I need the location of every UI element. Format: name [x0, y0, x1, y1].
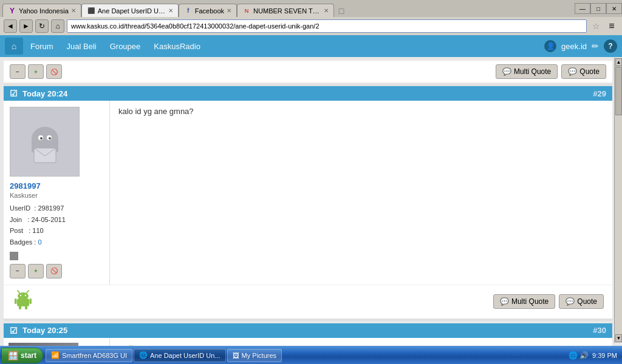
tab-facebook-close[interactable]: ✕ — [227, 7, 231, 14]
svg-point-6 — [49, 137, 51, 140]
user-avatar: 👤 — [544, 40, 556, 52]
system-time: 9:39 PM — [592, 352, 617, 359]
taskbar-item-kaskus[interactable]: 🌐 Ane Dapet UserID Un... — [134, 349, 226, 362]
pictures-icon: 🖼 — [233, 352, 239, 359]
badges-val[interactable]: 0 — [38, 237, 41, 248]
post29-post-val: 110 — [32, 227, 43, 234]
svg-line-9 — [26, 291, 29, 294]
post29-num: #29 — [593, 89, 606, 98]
post29-checkbox[interactable]: ☑ — [10, 89, 18, 98]
tab-number7[interactable]: N NUMBER SEVEN THREE: Arti... ✕ — [237, 4, 334, 17]
multi-quote-top-icon: 💬 — [502, 67, 511, 76]
ctrl-report-btn[interactable]: 🚫 — [46, 64, 62, 79]
number7-favicon: N — [242, 7, 251, 15]
quote-bottom-icon: 💬 — [566, 297, 575, 306]
star-icon[interactable]: ☆ — [589, 19, 603, 33]
smartfren-icon: 📶 — [51, 351, 60, 359]
start-icon: 🪟 — [8, 351, 18, 360]
post-label: Post — [10, 227, 23, 234]
multi-quote-bottom-btn[interactable]: 💬 Multi Quote — [493, 294, 555, 309]
sidebar-minus-btn[interactable]: − — [10, 264, 26, 278]
tab-kaskus-close[interactable]: ✕ — [168, 7, 173, 14]
post30-checkbox[interactable]: ☑ — [10, 326, 18, 335]
multi-quote-top-btn[interactable]: 💬 Multi Quote — [496, 64, 558, 79]
post29-timestamp: Today 20:24 — [22, 89, 67, 98]
kaskus-taskbar-icon: 🌐 — [139, 351, 148, 359]
minimize-button[interactable]: — — [575, 3, 590, 14]
svg-rect-16 — [19, 306, 21, 309]
tab-kaskus[interactable]: ⬛ Ane Dapet UserID Unik Gan! ✕ — [81, 4, 179, 17]
quote-bottom-btn[interactable]: 💬 Quote — [559, 294, 604, 309]
ctrl-minus-btn[interactable]: − — [10, 64, 26, 79]
post29-user-role: Kaskuser — [10, 192, 103, 199]
new-tab-button[interactable]: □ — [335, 5, 347, 17]
post29-join-val: 24-05-2011 — [31, 216, 65, 223]
tab-number7-title: NUMBER SEVEN THREE: Arti... — [253, 7, 321, 15]
tab-yahoo[interactable]: Y Yahoo Indonesia ✕ — [2, 4, 81, 17]
close-button[interactable]: ✕ — [606, 3, 622, 14]
tab-yahoo-close[interactable]: ✕ — [71, 7, 76, 14]
back-button[interactable]: ◄ — [4, 19, 17, 33]
multi-quote-bottom-icon: 💬 — [500, 297, 509, 306]
post30-num: #30 — [593, 326, 606, 335]
android-icon — [12, 289, 34, 315]
join-label: Join — [10, 216, 22, 223]
badges-label: Badges — [10, 237, 32, 248]
tab-facebook[interactable]: f Facebook ✕ — [179, 4, 237, 17]
post29-content: kalo id yg ane gmna? — [118, 107, 604, 116]
yahoo-favicon: Y — [8, 7, 16, 15]
scroll-down-btn[interactable]: ▼ — [615, 334, 622, 342]
menu-button[interactable]: ≡ — [605, 19, 618, 33]
svg-point-5 — [40, 137, 43, 140]
scroll-up-btn[interactable]: ▲ — [615, 58, 622, 66]
tray-network-icon[interactable]: 🌐 — [569, 351, 578, 360]
start-button[interactable]: 🪟 start — [1, 348, 43, 363]
svg-point-12 — [25, 295, 26, 296]
scrollbar[interactable]: ▲ ▼ — [614, 58, 622, 343]
tray-volume-icon[interactable]: 🔊 — [579, 351, 589, 360]
svg-rect-13 — [17, 298, 29, 306]
sidebar-report-btn[interactable]: 🚫 — [46, 264, 62, 278]
tab-kaskus-title: Ane Dapet UserID Unik Gan! — [98, 7, 166, 15]
taskbar-item-smartfren[interactable]: 📶 Smartfren AD683G UI — [46, 349, 132, 362]
url-bar[interactable] — [67, 19, 587, 33]
nav-forum[interactable]: Forum — [24, 38, 60, 55]
facebook-favicon: f — [184, 7, 193, 15]
taskbar-item-pictures[interactable]: 🖼 My Pictures — [227, 349, 282, 362]
user-avatar-box — [10, 107, 80, 177]
forward-button[interactable]: ► — [19, 19, 33, 33]
post29-username-link[interactable]: 2981997 — [10, 181, 103, 190]
svg-line-8 — [18, 291, 20, 294]
svg-rect-14 — [15, 298, 17, 304]
ctrl-plus-btn[interactable]: + — [28, 64, 44, 79]
tab-facebook-title: Facebook — [195, 7, 224, 15]
refresh-button[interactable]: ↻ — [35, 19, 49, 33]
scroll-thumb[interactable] — [615, 67, 622, 115]
kaskus-favicon: ⬛ — [87, 7, 95, 15]
svg-rect-17 — [25, 306, 27, 309]
post29-userid-val: 2981997 — [38, 204, 64, 212]
username-display[interactable]: geek.id — [561, 42, 587, 51]
maximize-button[interactable]: □ — [590, 3, 606, 14]
quote-top-btn[interactable]: 💬 Quote — [561, 64, 606, 79]
edit-profile-icon[interactable]: ✏ — [592, 41, 599, 51]
quote-top-icon: 💬 — [568, 67, 577, 76]
svg-point-11 — [20, 295, 21, 296]
tab-number7-close[interactable]: ✕ — [324, 7, 329, 14]
post30-timestamp: Today 20:25 — [22, 326, 67, 335]
home-button[interactable]: ⌂ — [51, 19, 64, 33]
user-status-icon — [10, 252, 18, 260]
tab-yahoo-title: Yahoo Indonesia — [19, 7, 69, 15]
help-icon[interactable]: ? — [604, 39, 617, 53]
svg-rect-15 — [30, 298, 32, 304]
nav-groupee[interactable]: Groupee — [104, 38, 147, 55]
home-nav-button[interactable]: ⌂ — [5, 38, 23, 55]
sidebar-plus-btn[interactable]: + — [28, 264, 44, 278]
nav-jual-beli[interactable]: Jual Beli — [61, 38, 103, 55]
nav-kaskusradio[interactable]: KaskusRadio — [148, 38, 207, 55]
userid-label: UserID — [10, 204, 30, 212]
